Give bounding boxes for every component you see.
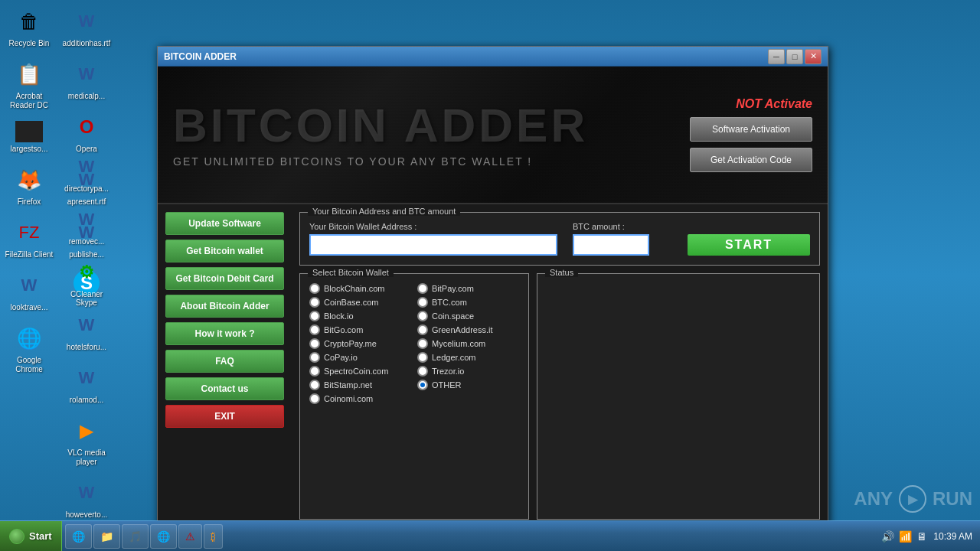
- wallet-option-ledger[interactable]: Ledger.com: [417, 352, 519, 363]
- radio-cryptopay[interactable]: [309, 338, 320, 349]
- taskbar-ie[interactable]: 🌐: [65, 524, 92, 549]
- desktop-icon-word2[interactable]: W additionhas.rtf: [59, 2, 114, 53]
- banner: BITCOIN ADDER GET UNLIMITED BITCOINS TO …: [158, 67, 828, 204]
- how-it-work-button[interactable]: How it work ?: [165, 322, 284, 345]
- wallet-option-btc[interactable]: BTC.com: [417, 297, 519, 308]
- radio-bitpay[interactable]: [417, 283, 428, 294]
- taskbar-antivirus[interactable]: ⚠: [178, 524, 202, 549]
- desktop-icon-word3[interactable]: W medicalp...: [59, 54, 114, 106]
- get-bitcoin-debit-card-button[interactable]: Get Bitcoin Debit Card: [165, 267, 284, 290]
- exit-button[interactable]: EXIT: [165, 405, 284, 428]
- wallet-option-coinbase[interactable]: CoinBase.com: [309, 297, 411, 308]
- folder-icon: 📁: [100, 530, 113, 543]
- desktop-icon-word1[interactable]: W looktrave...: [2, 266, 57, 317]
- system-clock: 10:39 AM: [933, 531, 972, 542]
- wallet-label-bitpay: BitPay.com: [432, 284, 474, 293]
- start-button[interactable]: Start: [0, 521, 62, 551]
- desktop-icon-chrome[interactable]: 🌐 Google Chrome: [2, 318, 57, 379]
- radio-trezor[interactable]: [417, 366, 428, 377]
- radio-coinomi[interactable]: [309, 393, 320, 404]
- radio-bitgo[interactable]: [309, 324, 320, 335]
- desktop-icon-word8[interactable]: W hotelsforu...: [59, 305, 114, 357]
- taskbar-apps: 🌐 📁 🎵 🌐 ⚠ ₿: [62, 521, 226, 551]
- wallet-option-mycelium[interactable]: Mycelium.com: [417, 338, 519, 349]
- wallet-option-copay[interactable]: CoPay.io: [309, 352, 411, 363]
- desktop-icon-filezilla[interactable]: FZ FileZilla Client: [2, 213, 57, 264]
- bitcoin-icon: ₿: [211, 530, 216, 543]
- word10-label: howeverto...: [66, 510, 107, 520]
- wallet-option-trezor[interactable]: Trezor.io: [417, 366, 519, 377]
- desktop-icon-word9[interactable]: W rolamod...: [59, 358, 114, 409]
- wallet-option-coinspace[interactable]: Coin.space: [417, 311, 519, 321]
- desktop-icon-recycle-bin[interactable]: 🗑 Recycle Bin: [2, 2, 57, 53]
- wallet-option-blockchain[interactable]: BlockChain.com: [309, 283, 411, 294]
- radio-greenaddress[interactable]: [417, 324, 428, 335]
- update-software-button[interactable]: Update Software: [165, 212, 284, 235]
- btc-amount-input[interactable]: [573, 234, 649, 256]
- radio-other[interactable]: [417, 380, 428, 390]
- network-icon: 📶: [899, 530, 912, 543]
- about-bitcoin-adder-button[interactable]: About Bitcoin Adder: [165, 295, 284, 318]
- firefox-icon: 🦊: [14, 165, 44, 195]
- radio-coinbase[interactable]: [309, 297, 320, 308]
- opera-icon: O: [71, 112, 102, 142]
- wallet-label-trezor: Trezor.io: [432, 367, 464, 376]
- desktop-icon-vlc[interactable]: ▶ VLC media player: [59, 411, 114, 471]
- desktop-icon-largestso[interactable]: largestso...: [2, 116, 57, 158]
- taskbar-chrome[interactable]: 🌐: [150, 524, 177, 549]
- wallet-option-bitstamp[interactable]: BitStamp.net: [309, 380, 411, 390]
- desktop-icon-word7[interactable]: W removec...: [59, 200, 114, 251]
- radio-ledger[interactable]: [417, 352, 428, 363]
- desktop-icon-word6[interactable]: W directorypa...: [59, 147, 114, 198]
- desktop-icon-ccleaner[interactable]: ⚙ CCleaner: [59, 253, 114, 304]
- wallet-option-spectrocoin[interactable]: SpectroCoin.com: [309, 366, 411, 377]
- get-activation-code-button[interactable]: Get Activation Code: [690, 148, 812, 172]
- radio-mycelium[interactable]: [417, 338, 428, 349]
- ccleaner-label: CCleaner: [70, 290, 103, 299]
- radio-coinspace[interactable]: [417, 311, 428, 321]
- close-button[interactable]: ✕: [805, 49, 822, 64]
- wallet-option-greenaddress[interactable]: GreenAddress.it: [417, 324, 519, 335]
- get-bitcoin-wallet-button[interactable]: Get Bitcoin wallet: [165, 240, 284, 262]
- start-button[interactable]: START: [688, 234, 810, 256]
- radio-bitstamp[interactable]: [309, 380, 320, 390]
- contact-us-button[interactable]: Contact us: [165, 377, 284, 400]
- word8-label: hotelsforu...: [67, 343, 106, 352]
- maximize-button[interactable]: □: [786, 49, 803, 64]
- desktop-icon-word10[interactable]: W howeverto...: [59, 473, 114, 524]
- wallet-option-bitpay[interactable]: BitPay.com: [417, 283, 519, 294]
- wallet-option-other[interactable]: OTHER: [417, 380, 519, 390]
- address-section-title: Your Bitcoin Address and BTC amount: [308, 207, 460, 216]
- radio-blockchain[interactable]: [309, 283, 320, 294]
- wallet-selector: Select Bitcoin Wallet BlockChain.com Bit…: [299, 273, 529, 520]
- word1-icon: W: [14, 270, 44, 301]
- wallet-option-bitgo[interactable]: BitGo.com: [309, 324, 411, 335]
- bitcoin-adder-window: BITCOIN ADDER ─ □ ✕ BITCOIN ADDER GET UN…: [157, 46, 828, 528]
- vlc-icon: ▶: [71, 416, 102, 446]
- word9-label: rolamod...: [70, 396, 103, 405]
- taskbar-folder[interactable]: 📁: [93, 524, 120, 549]
- taskbar-media[interactable]: 🎵: [122, 524, 149, 549]
- desktop-icon-acrobat[interactable]: 📋 Acrobat Reader DC: [2, 54, 57, 115]
- software-activation-button[interactable]: Software Activation: [690, 117, 812, 142]
- battery-icon: 🖥: [916, 530, 927, 543]
- wallet-label-coinspace: Coin.space: [432, 311, 474, 321]
- ccleaner-icon: ⚙: [71, 257, 102, 288]
- anyrun-watermark: ANY ▶ RUN: [854, 485, 972, 513]
- wallet-address-input[interactable]: [309, 234, 557, 256]
- faq-button[interactable]: FAQ: [165, 350, 284, 373]
- word2-label: additionhas.rtf: [63, 39, 111, 48]
- chrome-taskbar-icon: 🌐: [157, 530, 170, 543]
- radio-btc[interactable]: [417, 297, 428, 308]
- radio-copay[interactable]: [309, 352, 320, 363]
- wallet-label-greenaddress: GreenAddress.it: [432, 325, 492, 334]
- radio-spectrocoin[interactable]: [309, 366, 320, 377]
- wallet-option-coinomi[interactable]: Coinomi.com: [309, 393, 411, 404]
- taskbar-bitcoin[interactable]: ₿: [204, 524, 223, 549]
- radio-block[interactable]: [309, 311, 320, 321]
- desktop-icon-firefox[interactable]: 🦊 Firefox: [2, 160, 57, 211]
- wallet-label-copay: CoPay.io: [324, 353, 358, 362]
- wallet-option-block[interactable]: Block.io: [309, 311, 411, 321]
- minimize-button[interactable]: ─: [768, 49, 785, 64]
- wallet-option-cryptopay[interactable]: CryptoPay.me: [309, 338, 411, 349]
